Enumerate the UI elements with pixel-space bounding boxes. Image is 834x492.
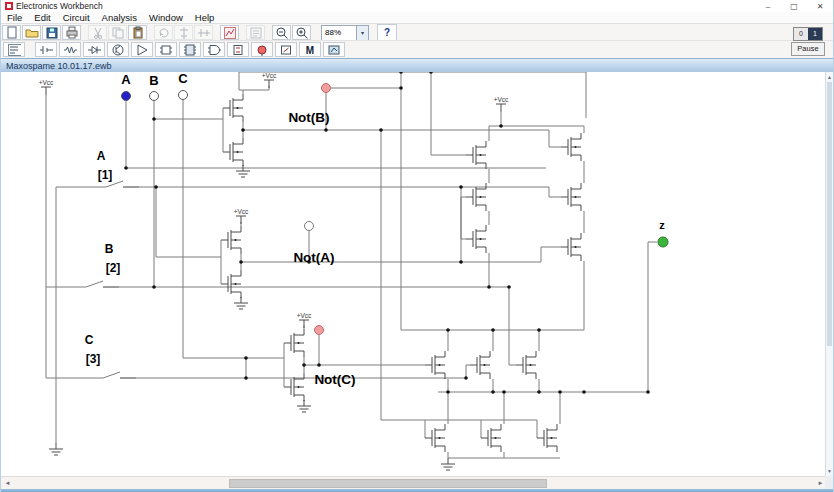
schematic-canvas[interactable]: +Vcc+Vcc+Vcc+Vcc+VccABCA[1]B[2]C[3]Not(B…	[1, 72, 827, 476]
mosfet[interactable]	[284, 329, 304, 357]
mosfet[interactable]	[516, 351, 536, 379]
save-button[interactable]	[42, 25, 61, 40]
parts-instruments-button[interactable]	[323, 42, 345, 57]
switch-label: C	[85, 333, 94, 347]
menu-item-circuit[interactable]: Circuit	[57, 12, 96, 23]
mosfet[interactable]	[425, 351, 445, 379]
parts-logic-gates-button[interactable]	[203, 42, 225, 57]
mosfet[interactable]	[221, 226, 241, 254]
parts-favorites-button[interactable]	[3, 42, 25, 57]
mosfet[interactable]	[537, 424, 557, 452]
probe-not-a[interactable]	[305, 222, 314, 231]
chevron-down-icon[interactable]: ▾	[356, 26, 368, 40]
copy-button[interactable]	[108, 25, 127, 40]
parts-sources-button[interactable]	[35, 42, 57, 57]
output-terminal-z[interactable]	[658, 237, 668, 247]
junction-dot	[152, 117, 156, 121]
mosfet[interactable]	[425, 424, 445, 452]
scroll-up-icon[interactable]: ▲	[826, 72, 833, 82]
component-properties-button[interactable]	[246, 25, 265, 40]
zoom-out-button[interactable]	[272, 25, 291, 40]
wire	[431, 72, 466, 155]
menu-item-edit[interactable]: Edit	[28, 12, 56, 23]
switch-C[interactable]	[93, 372, 136, 378]
parts-indicators-button[interactable]	[251, 42, 273, 57]
ground-symbol[interactable]	[236, 165, 250, 177]
mosfet[interactable]	[223, 138, 243, 166]
svg-text:M: M	[306, 44, 314, 55]
save-icon	[45, 26, 59, 40]
mosfet[interactable]	[284, 373, 304, 401]
horizontal-scroll-thumb[interactable]	[229, 479, 547, 488]
probe-not-b[interactable]	[322, 84, 331, 93]
vcc-symbol[interactable]: +Vcc	[297, 312, 312, 329]
mosfet[interactable]	[561, 233, 581, 261]
mosfet[interactable]	[466, 225, 486, 253]
paste-button[interactable]	[128, 25, 147, 40]
vcc-symbol[interactable]: +Vcc	[234, 208, 249, 225]
power-switch[interactable]: 0 1	[793, 27, 823, 41]
input-terminal-A[interactable]	[122, 92, 131, 101]
mosfet[interactable]	[561, 183, 581, 211]
vcc-symbol[interactable]: +Vcc	[494, 96, 509, 113]
input-terminal-C[interactable]	[179, 91, 188, 100]
zoom-level-combo[interactable]: 88% ▾	[321, 25, 369, 41]
vcc-symbol[interactable]: +Vcc	[39, 79, 54, 96]
switch-B[interactable]	[76, 281, 119, 287]
mosfet[interactable]	[221, 270, 241, 298]
rotate-button[interactable]	[154, 25, 173, 40]
parts-mixed-ics-button[interactable]	[155, 42, 177, 57]
menu-item-help[interactable]: Help	[189, 12, 221, 23]
mosfet[interactable]	[223, 94, 243, 122]
parts-digital-button[interactable]	[227, 42, 249, 57]
menu-item-analysis[interactable]: Analysis	[96, 12, 143, 23]
horizontal-scrollbar[interactable]: ◄ ►	[1, 476, 827, 490]
ground-symbol[interactable]	[297, 400, 311, 412]
document-title-bar[interactable]: Maxospame 10.01.17.ewb	[1, 58, 833, 72]
junction-dot	[491, 328, 495, 332]
zoom-in-button[interactable]	[292, 25, 311, 40]
pause-button[interactable]: Pause	[791, 42, 825, 56]
flip-horizontal-button[interactable]	[194, 25, 213, 40]
parts-diodes-button[interactable]	[83, 42, 105, 57]
vertical-scroll-thumb[interactable]	[827, 82, 832, 346]
switch-label: A	[97, 149, 106, 163]
parts-analog-ics-button[interactable]	[131, 42, 153, 57]
switch-key-label: [2]	[106, 261, 121, 275]
new-button[interactable]	[2, 25, 21, 40]
gate-label-not-b: Not(B)	[288, 110, 329, 125]
cut-button[interactable]	[88, 25, 107, 40]
help-button[interactable]: ?	[377, 24, 397, 41]
basic-icon	[63, 43, 77, 57]
scroll-down-icon[interactable]: ▼	[826, 466, 833, 476]
display-graphs-button[interactable]	[220, 25, 239, 40]
vcc-symbol[interactable]: +Vcc	[262, 72, 277, 88]
parts-controls-button[interactable]	[275, 42, 297, 57]
probe-not-c[interactable]	[315, 326, 324, 335]
maximize-button[interactable]: ▢	[781, 2, 807, 11]
minimize-button[interactable]: –	[755, 2, 781, 11]
print-button[interactable]	[62, 25, 81, 40]
flip-vertical-button[interactable]	[174, 25, 193, 40]
open-button[interactable]	[22, 25, 41, 40]
mosfet[interactable]	[466, 141, 486, 169]
close-button[interactable]: ✕	[807, 2, 833, 11]
parts-miscellaneous-button[interactable]: M	[299, 42, 321, 57]
parts-transistors-button[interactable]	[107, 42, 129, 57]
menu-item-window[interactable]: Window	[143, 12, 189, 23]
diodes-icon	[87, 43, 101, 57]
menu-item-file[interactable]: File	[1, 12, 28, 23]
junction-dot	[244, 356, 248, 360]
mosfet[interactable]	[481, 424, 501, 452]
input-terminal-B[interactable]	[150, 92, 159, 101]
mosfet[interactable]	[561, 133, 581, 161]
ground-symbol[interactable]	[49, 443, 63, 455]
junction-dot	[459, 185, 463, 189]
parts-basic-button[interactable]	[59, 42, 81, 57]
ground-symbol[interactable]	[441, 458, 455, 470]
scroll-left-icon[interactable]: ◄	[2, 478, 13, 489]
mosfet[interactable]	[470, 351, 490, 379]
ground-symbol[interactable]	[234, 297, 248, 309]
parts-digital-ics-button[interactable]	[179, 42, 201, 57]
vertical-scrollbar[interactable]: ▲ ▼	[825, 72, 833, 476]
